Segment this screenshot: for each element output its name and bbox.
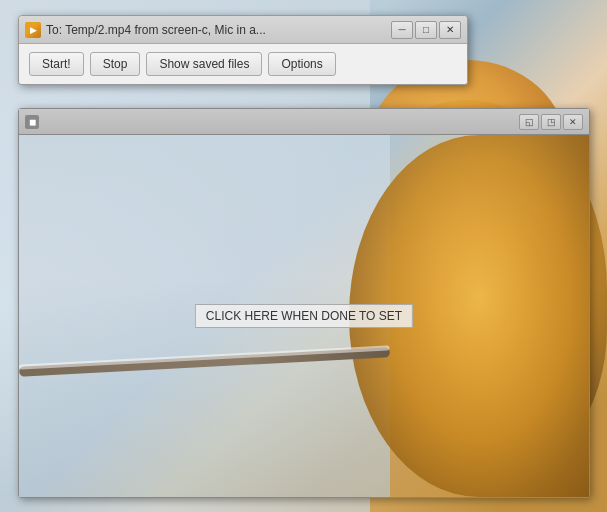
app-icon: ▶ xyxy=(25,22,41,38)
preview-restore2-button[interactable]: ◳ xyxy=(541,114,561,130)
dialog-title: To: Temp/2.mp4 from screen-c, Mic in a..… xyxy=(46,23,266,37)
dialog-body: Start! Stop Show saved files Options xyxy=(19,44,467,84)
dialog-window-controls: ─ □ ✕ xyxy=(391,21,461,39)
preview-window-controls: ◱ ◳ ✕ xyxy=(519,114,583,130)
preview-app-icon: ◼ xyxy=(25,115,39,129)
minimize-button[interactable]: ─ xyxy=(391,21,413,39)
maximize-button[interactable]: □ xyxy=(415,21,437,39)
preview-titlebar: ◼ ◱ ◳ ✕ xyxy=(19,109,589,135)
close-button[interactable]: ✕ xyxy=(439,21,461,39)
start-button[interactable]: Start! xyxy=(29,52,84,76)
preview-window: ◼ ◱ ◳ ✕ CLICK HERE WHEN DONE TO SET xyxy=(18,108,590,498)
dialog-titlebar: ▶ To: Temp/2.mp4 from screen-c, Mic in a… xyxy=(19,16,467,44)
preview-content: CLICK HERE WHEN DONE TO SET xyxy=(19,135,589,497)
preview-title-left: ◼ xyxy=(25,115,39,129)
click-here-text: CLICK HERE WHEN DONE TO SET xyxy=(206,309,402,323)
preview-close-button[interactable]: ✕ xyxy=(563,114,583,130)
stop-button[interactable]: Stop xyxy=(90,52,141,76)
options-button[interactable]: Options xyxy=(268,52,335,76)
click-here-overlay[interactable]: CLICK HERE WHEN DONE TO SET xyxy=(195,304,413,328)
dialog-title-left: ▶ To: Temp/2.mp4 from screen-c, Mic in a… xyxy=(25,22,266,38)
preview-restore1-button[interactable]: ◱ xyxy=(519,114,539,130)
dialog-window: ▶ To: Temp/2.mp4 from screen-c, Mic in a… xyxy=(18,15,468,85)
show-saved-button[interactable]: Show saved files xyxy=(146,52,262,76)
